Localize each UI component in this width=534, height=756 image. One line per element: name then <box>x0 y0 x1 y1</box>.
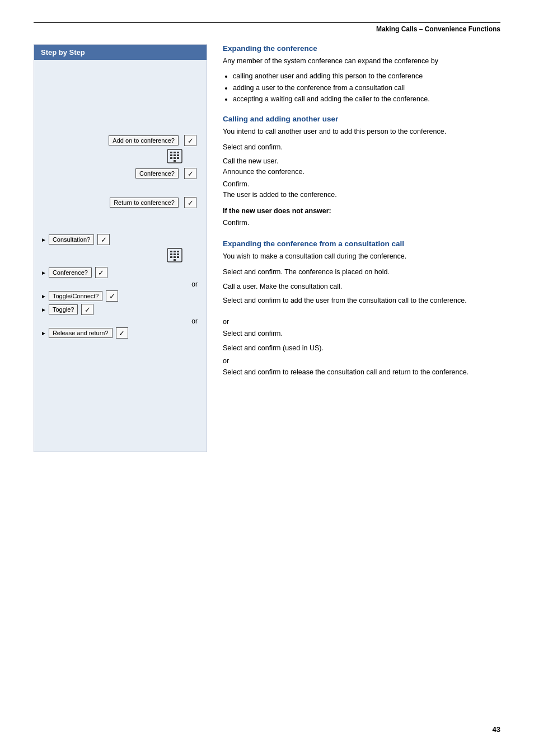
conference-checkmark-1: ✓ <box>184 168 196 179</box>
page-number: 43 <box>493 725 500 734</box>
svg-rect-9 <box>177 157 179 159</box>
add-on-text: Select and confirm. <box>223 142 283 153</box>
return-conference-button[interactable]: Return to conference? <box>110 198 179 208</box>
or-label-2: or <box>39 317 198 325</box>
consultation-text: Select and confirm. The conference is pl… <box>223 267 390 278</box>
conference-button-1[interactable]: Conference? <box>135 168 179 179</box>
conference-row-1: Conference? ✓ <box>41 168 200 179</box>
calling-adding-heading: Calling and adding another user <box>223 115 500 123</box>
conference-confirm-text: Select and confirm to add the user from … <box>223 295 467 306</box>
left-panel: Step by Step Add on to conference? ✓ <box>34 44 207 452</box>
svg-rect-12 <box>170 251 172 252</box>
or-label-1: or <box>39 280 198 288</box>
header-rule <box>34 22 500 23</box>
svg-rect-21 <box>174 259 176 261</box>
play-icon-conference2: ► <box>41 270 46 276</box>
call-new-user-text: Call the new user. Announce the conferen… <box>223 156 305 177</box>
svg-rect-19 <box>174 256 176 258</box>
play-icon-toggle: ► <box>41 307 46 313</box>
left-panel-body: Add on to conference? ✓ <box>34 60 207 452</box>
toggle-connect-row: ► Toggle/Connect? ✓ <box>41 290 200 302</box>
add-on-row: Add on to conference? ✓ <box>41 135 200 146</box>
keypad-icon-2 <box>166 247 183 265</box>
expanding-conference-bullets: calling another user and adding this per… <box>233 71 500 105</box>
add-on-button[interactable]: Add on to conference? <box>109 135 179 145</box>
toggle-row: ► Toggle? ✓ <box>41 304 200 315</box>
svg-rect-20 <box>177 256 179 258</box>
consultation-checkmark: ✓ <box>97 234 110 245</box>
svg-rect-18 <box>170 256 172 258</box>
release-return-button[interactable]: Release and return? <box>49 328 113 338</box>
add-on-checkmark: ✓ <box>184 135 196 146</box>
svg-rect-1 <box>170 152 172 153</box>
or-text-2: or <box>223 357 500 365</box>
play-icon-consultation: ► <box>41 237 46 243</box>
expanding-consultation-intro: You wish to make a consultation call dur… <box>223 251 500 262</box>
right-panel: Expanding the conference Any member of t… <box>207 44 500 452</box>
play-icon-toggle-connect: ► <box>41 293 46 299</box>
expanding-consultation-heading: Expanding the conference from a consulta… <box>223 240 500 248</box>
call-user-text: Call a user. Make the consultation call. <box>223 281 342 292</box>
play-icon-release: ► <box>41 330 46 336</box>
conference-row-2: ► Conference? ✓ <box>41 267 200 278</box>
or-text-1: or <box>223 318 500 326</box>
bullet-1: calling another user and adding this per… <box>233 71 500 82</box>
confirm-added-text: Confirm. The user is added to the confer… <box>223 179 337 200</box>
bullet-3: accepting a waiting call and adding the … <box>233 94 500 105</box>
consultation-row: ► Consultation? ✓ <box>41 234 200 245</box>
header-title: Making Calls – Convenience Functions <box>376 25 500 33</box>
if-no-answer-heading: If the new user does not answer: <box>223 207 500 215</box>
toggle-connect-text: Select and confirm. <box>223 328 283 339</box>
svg-rect-13 <box>174 251 176 252</box>
release-return-checkmark: ✓ <box>116 327 128 339</box>
toggle-text: Select and confirm (used in US). <box>223 343 324 354</box>
svg-rect-15 <box>170 253 172 255</box>
expanding-conference-intro: Any member of the system conference can … <box>223 56 500 67</box>
consultation-button[interactable]: Consultation? <box>49 234 94 245</box>
svg-rect-3 <box>177 152 179 153</box>
calling-adding-intro: You intend to call another user and to a… <box>223 126 500 137</box>
svg-rect-16 <box>174 253 176 255</box>
toggle-checkmark: ✓ <box>81 304 93 315</box>
return-conference-row: Return to conference? ✓ <box>41 197 200 208</box>
svg-rect-17 <box>177 253 179 255</box>
bullet-2: adding a user to the conference from a c… <box>233 83 500 93</box>
expanding-conference-heading: Expanding the conference <box>223 44 500 53</box>
page-container: Making Calls – Convenience Functions Ste… <box>0 0 534 756</box>
release-text: Select and confirm to release the consul… <box>223 367 469 378</box>
toggle-connect-checkmark: ✓ <box>106 290 118 302</box>
toggle-button[interactable]: Toggle? <box>49 304 78 314</box>
svg-rect-4 <box>170 154 172 156</box>
page-header: Making Calls – Convenience Functions <box>34 25 500 33</box>
confirm-return-text: Confirm. <box>223 218 249 228</box>
svg-rect-14 <box>177 251 179 252</box>
svg-rect-8 <box>174 157 176 159</box>
svg-rect-5 <box>174 154 176 156</box>
keypad-icon-1 <box>166 148 183 166</box>
main-layout: Step by Step Add on to conference? ✓ <box>34 44 500 452</box>
svg-rect-2 <box>174 152 176 153</box>
toggle-connect-button[interactable]: Toggle/Connect? <box>49 291 103 301</box>
step-by-step-header: Step by Step <box>34 45 207 60</box>
return-conference-checkmark: ✓ <box>184 197 196 208</box>
svg-rect-10 <box>174 160 176 162</box>
svg-rect-6 <box>177 154 179 156</box>
release-return-row: ► Release and return? ✓ <box>41 327 200 339</box>
conference-checkmark-2: ✓ <box>95 267 107 278</box>
svg-rect-7 <box>170 157 172 159</box>
conference-button-2[interactable]: Conference? <box>49 267 92 278</box>
